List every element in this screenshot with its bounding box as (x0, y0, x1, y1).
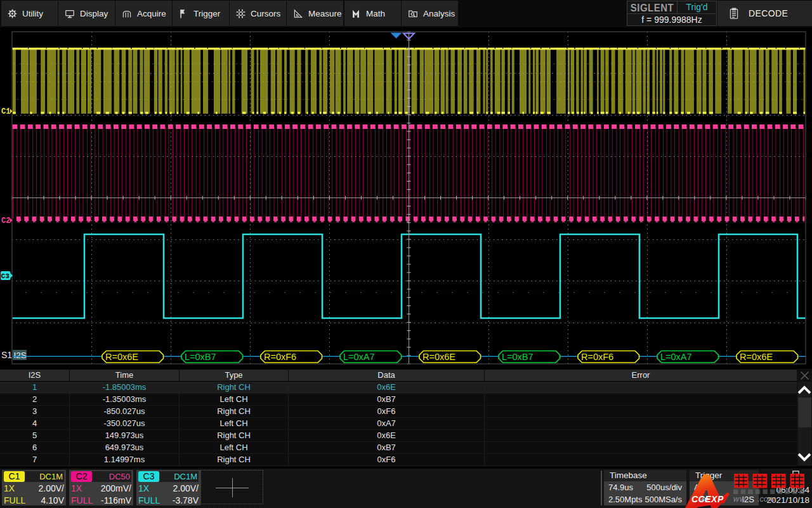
svg-text:L=0xA7: L=0xA7 (660, 352, 692, 362)
svg-text:R=0x6E: R=0x6E (105, 352, 138, 362)
svg-text:R=0x6E: R=0x6E (740, 352, 773, 362)
svg-text:C3: C3 (1, 272, 10, 280)
svg-text:R=0xF6: R=0xF6 (581, 352, 613, 362)
svg-text:S1: S1 (1, 350, 12, 360)
svg-text:R=0xF6: R=0xF6 (264, 352, 296, 362)
svg-text:L=0xB7: L=0xB7 (185, 352, 216, 362)
svg-text:L=0xB7: L=0xB7 (502, 352, 534, 362)
svg-text:R=0x6E: R=0x6E (422, 352, 455, 362)
svg-text:C1: C1 (1, 107, 10, 116)
svg-text:C2: C2 (1, 217, 10, 225)
svg-text:I2S: I2S (14, 351, 27, 360)
svg-text:L=0xA7: L=0xA7 (343, 352, 375, 362)
